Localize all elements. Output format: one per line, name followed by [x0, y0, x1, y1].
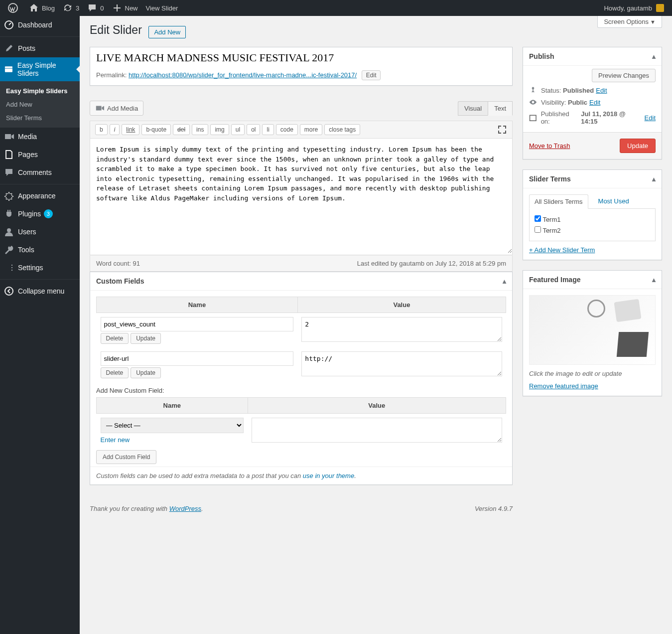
qt-del[interactable]: del [173, 124, 190, 135]
account-link[interactable]: Howdy, gautamb [600, 0, 668, 16]
toggle-icon[interactable]: ▴ [652, 276, 656, 284]
enter-new-link[interactable]: Enter new [101, 436, 130, 444]
svg-point-0 [8, 3, 17, 12]
svg-point-3 [7, 228, 11, 232]
cf-update-button[interactable]: Update [131, 333, 161, 344]
qt-code[interactable]: code [276, 124, 298, 135]
page-title: Edit Slider [90, 16, 142, 42]
cf-new-value-input[interactable] [252, 418, 502, 443]
tab-all-terms[interactable]: All Sliders Terms [529, 194, 588, 209]
word-count: Word count: 91 [96, 260, 140, 267]
toggle-icon[interactable]: ▴ [503, 277, 506, 285]
qt-more[interactable]: more [300, 124, 322, 135]
slider-terms-box: Slider Terms▴ All Sliders Terms Most Use… [523, 169, 662, 260]
wp-logo[interactable] [4, 0, 25, 16]
version-text: Version 4.9.7 [475, 505, 513, 512]
preview-changes-button[interactable]: Preview Changes [592, 69, 656, 82]
content-textarea[interactable]: Lorem Ipsum is simply dummy text of the … [90, 139, 512, 253]
edit-visibility-link[interactable]: Edit [589, 99, 600, 106]
site-link[interactable]: Blog [25, 0, 59, 16]
avatar-icon [656, 4, 664, 12]
cf-name-select[interactable]: — Select — [101, 418, 244, 433]
cf-value-input[interactable]: 2 [301, 317, 502, 342]
new-content-link[interactable]: New [108, 0, 142, 16]
wordpress-link[interactable]: WordPress [169, 505, 201, 512]
cf-theme-link[interactable]: use in your theme [303, 472, 354, 479]
qt-b[interactable]: b [95, 124, 108, 135]
view-slider-link[interactable]: View Slider [142, 0, 182, 16]
menu-appearance[interactable]: Appearance [0, 187, 80, 205]
tab-visual[interactable]: Visual [458, 101, 488, 116]
menu-settings[interactable]: Settings [0, 259, 80, 277]
qt-ul[interactable]: ul [231, 124, 245, 135]
plugins-badge: 3 [44, 209, 53, 218]
menu-dashboard[interactable]: Dashboard [0, 16, 80, 34]
submenu-all-sliders[interactable]: Easy Simple Sliders [0, 84, 80, 98]
menu-posts[interactable]: Posts [0, 39, 80, 57]
tab-text[interactable]: Text [488, 101, 513, 116]
media-icon [95, 104, 104, 113]
permalink-link[interactable]: http://localhost:8080/wp/slider_for_fron… [129, 71, 357, 79]
menu-tools[interactable]: Tools [0, 241, 80, 259]
post-title-input[interactable] [90, 47, 512, 68]
last-edited: Last edited by gautamb on July 12, 2018 … [357, 260, 506, 267]
term-item: Term1 [535, 214, 650, 225]
cf-note: Custom fields can be used to add extra m… [90, 467, 512, 484]
edit-permalink-button[interactable]: Edit [362, 70, 381, 80]
qt-img[interactable]: img [210, 124, 229, 135]
menu-comments[interactable]: Comments [0, 163, 80, 181]
cf-value-input[interactable]: http:// [301, 351, 502, 376]
menu-users[interactable]: Users [0, 223, 80, 241]
tab-most-used[interactable]: Most Used [593, 194, 634, 208]
update-button[interactable]: Update [620, 139, 656, 153]
submenu-slider-terms[interactable]: Slider Terms [0, 111, 80, 125]
updates-link[interactable]: 3 [59, 0, 83, 16]
qt-ol[interactable]: ol [247, 124, 260, 135]
move-to-trash-link[interactable]: Move to Trash [529, 142, 570, 150]
menu-pages[interactable]: Pages [0, 146, 80, 163]
cf-name-input[interactable] [101, 317, 294, 331]
admin-sidebar: Dashboard Posts Easy Simple Sliders Easy… [0, 16, 80, 634]
menu-plugins[interactable]: Plugins3 [0, 205, 80, 223]
svg-point-4 [5, 287, 13, 295]
cf-update-button[interactable]: Update [131, 367, 161, 378]
eye-icon [529, 98, 537, 106]
screen-options-button[interactable]: Screen Options [597, 16, 662, 28]
comments-link[interactable]: 0 [83, 0, 108, 16]
pin-icon [529, 86, 537, 94]
qt-ins[interactable]: ins [192, 124, 208, 135]
menu-collapse[interactable]: Collapse menu [0, 282, 80, 300]
edit-status-link[interactable]: Edit [596, 87, 607, 94]
qt-link[interactable]: link [122, 124, 139, 135]
featured-image-box: Featured Image▴ Click the image to edit … [523, 270, 662, 396]
qt-bquote[interactable]: b-quote [141, 124, 171, 135]
add-custom-field-button[interactable]: Add Custom Field [96, 450, 156, 464]
term-item: Term2 [535, 225, 650, 236]
add-media-button[interactable]: Add Media [90, 101, 143, 116]
edit-date-link[interactable]: Edit [645, 114, 656, 122]
submenu-add-new[interactable]: Add New [0, 98, 80, 111]
qt-close[interactable]: close tags [324, 124, 360, 135]
qt-i[interactable]: i [110, 124, 120, 135]
remove-featured-link[interactable]: Remove featured image [529, 382, 598, 390]
add-new-button[interactable]: Add New [148, 26, 186, 38]
menu-media[interactable]: Media [0, 128, 80, 146]
toggle-icon[interactable]: ▴ [652, 175, 656, 183]
fullscreen-icon[interactable] [497, 125, 507, 135]
featured-image[interactable] [529, 295, 656, 365]
cf-delete-button[interactable]: Delete [101, 367, 129, 378]
cf-name-input[interactable] [101, 351, 294, 366]
admin-toolbar: Blog 3 0 New View Slider Howdy, gautamb [0, 0, 672, 16]
custom-fields-box: Custom Fields▴ NameValue DeleteUpdate 2 … [90, 272, 513, 485]
menu-easy-simple-sliders[interactable]: Easy Simple Sliders [0, 57, 80, 81]
permalink-row: Permalink: http://localhost:8080/wp/slid… [90, 68, 512, 85]
cf-delete-button[interactable]: Delete [101, 333, 129, 344]
toggle-icon[interactable]: ▴ [652, 52, 656, 60]
add-new-term-link[interactable]: + Add New Slider Term [529, 246, 595, 254]
featured-caption: Click the image to edit or update [529, 370, 656, 377]
submenu-sliders: Easy Simple Sliders Add New Slider Terms [0, 81, 80, 128]
term-checkbox[interactable] [535, 226, 541, 233]
qt-li[interactable]: li [262, 124, 273, 135]
svg-rect-5 [530, 115, 537, 121]
term-checkbox[interactable] [535, 215, 541, 222]
